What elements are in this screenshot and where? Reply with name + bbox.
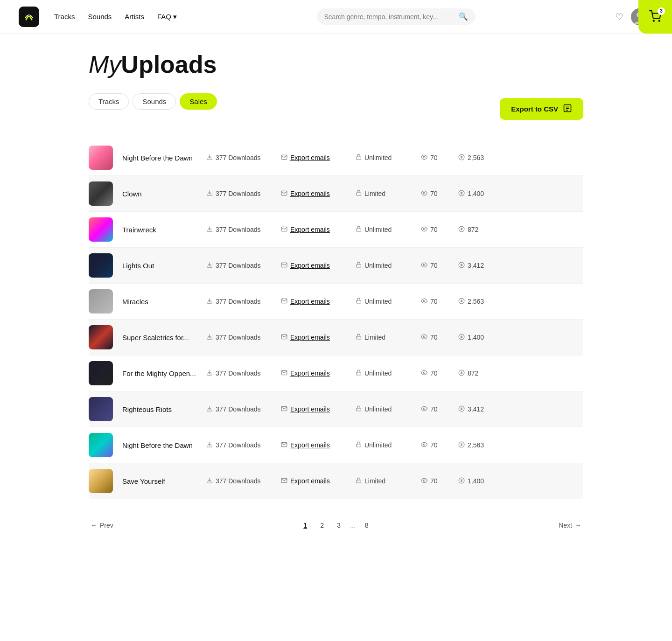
- export-emails-link[interactable]: Export emails: [290, 154, 330, 161]
- download-icon: [206, 477, 213, 485]
- prev-button[interactable]: ← Prev: [91, 522, 113, 529]
- track-sales: 2,563: [458, 154, 484, 162]
- chevron-down-icon: ▾: [173, 13, 177, 21]
- eye-icon: [421, 226, 427, 234]
- export-emails-link[interactable]: Export emails: [290, 298, 330, 305]
- svg-rect-11: [357, 193, 361, 195]
- cart-count: 3: [658, 7, 665, 15]
- search-input[interactable]: [324, 13, 455, 21]
- download-icon: [206, 405, 213, 413]
- track-export: Export emails: [281, 262, 356, 270]
- cart-button[interactable]: 3: [638, 0, 672, 34]
- page-title: MyUploads: [89, 52, 583, 77]
- track-sales: 2,563: [458, 441, 484, 449]
- track-sales: 872: [458, 369, 478, 377]
- track-license: Unlimited: [356, 298, 421, 305]
- lock-icon: [356, 190, 362, 197]
- page-ellipsis: ...: [348, 522, 357, 529]
- track-row: Super Scaletrics for... 377 Downloads Ex…: [89, 320, 583, 355]
- export-emails-link[interactable]: Export emails: [290, 190, 330, 197]
- cart-badge: 3: [649, 10, 661, 24]
- export-csv-button[interactable]: Export to CSV: [500, 98, 583, 120]
- track-export: Export emails: [281, 477, 356, 485]
- lock-icon: [356, 441, 362, 449]
- lock-icon: [356, 154, 362, 161]
- svg-rect-27: [357, 336, 361, 339]
- page-number-1[interactable]: 1: [298, 518, 313, 533]
- eye-icon: [421, 298, 427, 306]
- nav-link-artists[interactable]: Artists: [125, 13, 144, 21]
- track-export: Export emails: [281, 369, 356, 377]
- track-row: Righteous Riots 377 Downloads Export ema…: [89, 391, 583, 427]
- export-emails-link[interactable]: Export emails: [290, 441, 330, 449]
- nav-link-sounds[interactable]: Sounds: [88, 13, 112, 21]
- header-row: Tracks Sounds Sales Export to CSV: [89, 93, 583, 125]
- track-downloads: 377 Downloads: [206, 441, 281, 449]
- eye-icon: [421, 369, 427, 377]
- track-name: Lights Out: [122, 262, 206, 270]
- dollar-icon: [458, 405, 465, 413]
- tabs: Tracks Sounds Sales: [89, 93, 217, 110]
- email-icon: [281, 441, 287, 449]
- track-row: Lights Out 377 Downloads Export emails: [89, 248, 583, 284]
- tab-tracks[interactable]: Tracks: [89, 93, 129, 110]
- track-downloads: 377 Downloads: [206, 262, 281, 270]
- nav-link-faq[interactable]: FAQ ▾: [157, 13, 177, 21]
- dollar-icon: [458, 441, 465, 449]
- dollar-icon: [458, 190, 465, 198]
- lock-icon: [356, 369, 362, 377]
- nav-link-tracks[interactable]: Tracks: [54, 13, 75, 21]
- svg-point-16: [423, 228, 425, 230]
- svg-rect-15: [357, 229, 361, 231]
- wishlist-button[interactable]: ♡: [615, 11, 623, 22]
- track-thumbnail: [89, 397, 113, 421]
- svg-point-28: [423, 336, 425, 338]
- page-number-8[interactable]: 8: [359, 518, 374, 533]
- track-name: Miracles: [122, 298, 206, 306]
- track-sales: 3,412: [458, 405, 484, 413]
- page-number-3[interactable]: 3: [331, 518, 346, 533]
- logo[interactable]: [19, 7, 39, 27]
- download-icon: [206, 226, 213, 234]
- svg-point-8: [423, 156, 425, 158]
- track-thumbnail: [89, 289, 113, 314]
- download-icon: [206, 154, 213, 162]
- tab-sounds[interactable]: Sounds: [133, 93, 176, 110]
- svg-point-12: [423, 192, 425, 194]
- search-bar: 🔍: [317, 8, 476, 25]
- lock-icon: [356, 298, 362, 305]
- next-button[interactable]: Next →: [559, 522, 581, 529]
- track-downloads: 377 Downloads: [206, 154, 281, 162]
- track-downloads: 377 Downloads: [206, 477, 281, 485]
- track-thumbnail: [89, 325, 113, 349]
- track-sales: 2,563: [458, 298, 484, 306]
- export-emails-link[interactable]: Export emails: [290, 226, 330, 233]
- track-export: Export emails: [281, 334, 356, 341]
- track-row: Night Before the Dawn 377 Downloads Expo…: [89, 140, 583, 176]
- dollar-icon: [458, 226, 465, 234]
- track-export: Export emails: [281, 226, 356, 234]
- download-icon: [206, 369, 213, 377]
- track-license: Unlimited: [356, 369, 421, 377]
- track-views: 70: [421, 405, 458, 413]
- track-views: 70: [421, 298, 458, 306]
- email-icon: [281, 334, 287, 341]
- export-emails-link[interactable]: Export emails: [290, 477, 330, 485]
- export-emails-link[interactable]: Export emails: [290, 334, 330, 341]
- dollar-icon: [458, 477, 465, 485]
- tab-sales[interactable]: Sales: [180, 93, 217, 110]
- page-number-2[interactable]: 2: [315, 518, 329, 533]
- track-row: Clown 377 Downloads Export emails: [89, 176, 583, 212]
- track-export: Export emails: [281, 298, 356, 306]
- track-row: Night Before the Dawn 377 Downloads Expo…: [89, 427, 583, 463]
- track-thumbnail: [89, 146, 113, 170]
- search-icon: 🔍: [459, 12, 468, 21]
- track-license: Limited: [356, 477, 421, 485]
- eye-icon: [421, 154, 427, 162]
- track-row: Save Yourself 377 Downloads Export email…: [89, 463, 583, 499]
- export-emails-link[interactable]: Export emails: [290, 405, 330, 413]
- export-emails-link[interactable]: Export emails: [290, 369, 330, 377]
- track-name: Super Scaletrics for...: [122, 334, 206, 341]
- download-icon: [206, 441, 213, 449]
- export-emails-link[interactable]: Export emails: [290, 262, 330, 269]
